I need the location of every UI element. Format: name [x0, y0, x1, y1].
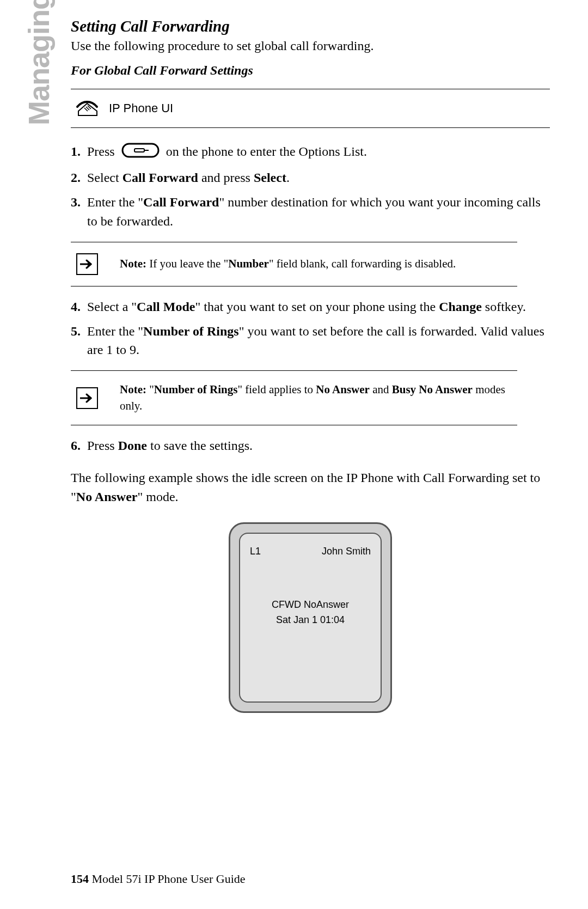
screen-datetime: Sat Jan 1 01:04: [240, 614, 381, 626]
step-body: Press Done to save the settings.: [87, 436, 550, 455]
bold: Busy No Answer: [392, 383, 473, 396]
text: .: [286, 170, 290, 185]
step-number: 4.: [71, 297, 87, 316]
bold: Call Forward: [143, 195, 219, 209]
ui-context-row: IP Phone UI: [71, 89, 550, 127]
text: Press: [87, 144, 115, 158]
page-footer: 154 Model 57i IP Phone User Guide: [71, 872, 246, 886]
note-2: Note: "Number of Rings" field applies to…: [71, 370, 517, 425]
bold: No Answer: [76, 490, 138, 504]
step-1: 1. Press on the phone to enter the Optio…: [71, 142, 550, 163]
svg-rect-3: [122, 144, 158, 157]
divider: [71, 286, 517, 286]
page-number: 154: [71, 872, 89, 886]
step-body: Select a "Call Mode" that you want to se…: [87, 297, 550, 316]
footer-title: Model 57i IP Phone User Guide: [89, 872, 246, 886]
arrow-right-icon: [76, 253, 98, 275]
section-heading: Setting Call Forwarding: [71, 17, 550, 35]
bold: Change: [439, 300, 482, 314]
screen-line-indicator: L1: [250, 546, 261, 557]
step-body: Enter the "Call Forward" number destinat…: [87, 193, 550, 231]
example-paragraph: The following example shows the idle scr…: [71, 468, 550, 507]
step-number: 2.: [71, 168, 87, 187]
step-number: 6.: [71, 436, 87, 455]
section-intro: Use the following procedure to set globa…: [71, 39, 550, 53]
step-6: 6. Press Done to save the settings.: [71, 436, 550, 455]
bold: Done: [118, 438, 147, 453]
text: " that you want to set on your phone usi…: [195, 300, 439, 314]
step-3: 3. Enter the "Call Forward" number desti…: [71, 193, 550, 231]
bold: Note:: [120, 383, 146, 396]
ui-context-label: IP Phone UI: [109, 101, 173, 115]
screen-user-name: John Smith: [322, 546, 371, 557]
text: Select: [87, 170, 122, 185]
note-text: Note: "Number of Rings" field applies to…: [120, 382, 517, 414]
phone-screen-figure: L1 John Smith CFWD NoAnswer Sat Jan 1 01…: [229, 522, 392, 713]
text: ": [146, 383, 154, 396]
text: Press: [87, 438, 118, 453]
bold: Number: [228, 257, 269, 270]
steps-list: 1. Press on the phone to enter the Optio…: [71, 128, 550, 455]
text: " field applies to: [237, 383, 316, 396]
note-text: Note: If you leave the "Number" field bl…: [120, 256, 456, 272]
screen-cfwd-status: CFWD NoAnswer: [240, 599, 381, 611]
step-2: 2. Select Call Forward and press Select.: [71, 168, 550, 187]
page-content: Setting Call Forwarding Use the followin…: [71, 17, 550, 713]
phone-bezel: L1 John Smith CFWD NoAnswer Sat Jan 1 01…: [229, 522, 392, 713]
step-number: 5.: [71, 322, 87, 360]
text: Enter the ": [87, 195, 143, 209]
step-4: 4. Select a "Call Mode" that you want to…: [71, 297, 550, 316]
text: Select a ": [87, 300, 137, 314]
note-1: Note: If you leave the "Number" field bl…: [71, 242, 517, 286]
step-5: 5. Enter the "Number of Rings" you want …: [71, 322, 550, 360]
options-key-icon: [121, 143, 160, 163]
arrow-right-icon: [76, 387, 98, 409]
step-number: 3.: [71, 193, 87, 231]
section-subheading: For Global Call Forward Settings: [71, 63, 550, 78]
text: " field blank, call forwarding is disabl…: [269, 257, 456, 270]
step-body: Press on the phone to enter the Options …: [87, 142, 550, 163]
bold: Number of Rings: [154, 383, 238, 396]
step-body: Enter the "Number of Rings" you want to …: [87, 322, 550, 360]
text: " mode.: [137, 490, 178, 504]
bold: Note:: [120, 257, 146, 270]
bold: Select: [254, 170, 286, 185]
divider: [71, 425, 517, 425]
bold: Call Mode: [137, 300, 195, 314]
bold: Number of Rings: [143, 324, 239, 338]
chapter-side-tab: Managing Calls: [22, 0, 56, 125]
step-body: Select Call Forward and press Select.: [87, 168, 550, 187]
text: and press: [198, 170, 254, 185]
text: Enter the ": [87, 324, 143, 338]
step-number: 1.: [71, 142, 87, 163]
text: on the phone to enter the Options List.: [166, 144, 367, 158]
text: to save the settings.: [147, 438, 253, 453]
bold: No Answer: [316, 383, 370, 396]
text: softkey.: [482, 300, 526, 314]
bold: Call Forward: [122, 170, 198, 185]
phone-screen: L1 John Smith CFWD NoAnswer Sat Jan 1 01…: [239, 533, 382, 703]
text: and: [370, 383, 392, 396]
phone-icon: [75, 97, 99, 120]
text: If you leave the ": [146, 257, 228, 270]
